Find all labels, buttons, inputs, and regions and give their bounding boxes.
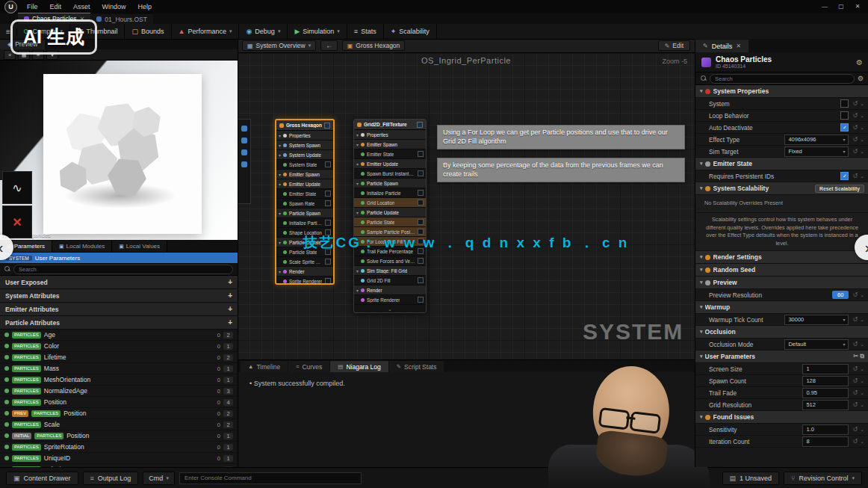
details-property-row[interactable]: Auto Deactivate ✓ ↺ ⌄ xyxy=(695,122,868,134)
number-input[interactable]: 1.0 xyxy=(802,424,849,435)
details-property-row[interactable]: Loop Behavior ↺ ⌄ xyxy=(695,110,868,122)
add-parameter-button[interactable]: + xyxy=(228,291,232,300)
log-tab[interactable]: ✎ Script Stats xyxy=(389,361,444,372)
details-property-row[interactable]: Occlusion Mode Default ▾ ↺ ⌄ xyxy=(695,339,868,350)
chevron-down-icon[interactable]: ⌄ xyxy=(860,366,864,372)
chevron-down-icon[interactable]: ⌄ xyxy=(860,439,864,445)
reset-to-default-icon[interactable]: ↺ xyxy=(852,148,858,155)
emitter-thumbnail-error[interactable]: ✕ xyxy=(2,206,32,238)
reset-to-default-icon[interactable]: ↺ xyxy=(852,365,858,372)
stack-module-row[interactable]: Sample Particle Positions xyxy=(354,227,426,237)
details-section-header[interactable]: ▾ Render Settings xyxy=(695,251,868,264)
stack-group-row[interactable]: ▾ Particle Spawn xyxy=(354,179,426,188)
details-section-header[interactable]: ▾ Occlusion xyxy=(695,326,868,339)
chevron-down-icon[interactable]: ⌄ xyxy=(860,390,864,396)
stack-group-row[interactable]: ▾ Emitter Spawn xyxy=(354,140,426,149)
module-enabled-checkbox[interactable] xyxy=(325,259,331,265)
cmd-dropdown[interactable]: Cmd ▾ xyxy=(143,472,175,485)
stack-group-row[interactable]: ▾ Render xyxy=(354,285,426,295)
filter-icon[interactable]: ⚙ xyxy=(858,75,864,82)
reset-to-default-icon[interactable]: ↺ xyxy=(852,389,858,396)
add-parameter-button[interactable]: + xyxy=(228,278,232,286)
module-enabled-checkbox[interactable] xyxy=(418,151,424,157)
details-property-row[interactable]: Iteration Count 8 ↺ ⌄ xyxy=(695,436,868,448)
module-enabled-checkbox[interactable] xyxy=(325,278,331,284)
details-section-header[interactable]: ▾ Found Issues xyxy=(695,411,868,424)
module-enabled-checkbox[interactable] xyxy=(325,191,331,197)
details-property-row[interactable]: Sim Target Fixed ▾ ↺ ⌄ xyxy=(695,146,868,158)
parameter-section-header[interactable]: User Exposed + xyxy=(0,276,238,289)
module-enabled-checkbox[interactable] xyxy=(325,249,331,255)
tab-details[interactable]: ✎ Details ✕ xyxy=(695,40,748,52)
stack-group-row[interactable]: ▾ Emitter Update xyxy=(354,159,426,169)
stack-group-row[interactable]: ▾ System Spawn xyxy=(276,140,333,150)
chevron-down-icon[interactable]: ⌄ xyxy=(860,292,864,298)
parameter-section-header[interactable]: Particle Attributes + xyxy=(0,316,238,330)
toolbar-button[interactable]: ▶ Simulation ▾ xyxy=(288,24,347,39)
stack-group-row[interactable]: ▾ Particle Spawn xyxy=(276,209,333,218)
parameter-row[interactable]: PARTICLES Mass 0 1 xyxy=(0,363,238,374)
stack-group-row[interactable]: ▾ Emitter Update xyxy=(276,179,333,189)
stack-module-row[interactable]: Spawn Burst Instantaneous xyxy=(354,169,426,179)
details-property-row[interactable]: Grid Resolution 512 ↺ ⌄ xyxy=(695,399,868,411)
stack-module-row[interactable]: Scale Sprite Size xyxy=(276,257,333,267)
section-tools[interactable]: ✂ ⧉ xyxy=(853,353,864,360)
graph-comment[interactable]: Using a For Loop we can get per Particle… xyxy=(437,125,685,149)
log-tab[interactable]: ≈ Curves xyxy=(288,361,329,372)
chevron-down-icon[interactable]: ⌄ xyxy=(860,137,864,143)
module-enabled-checkbox[interactable] xyxy=(418,229,424,235)
details-property-row[interactable]: Preview Resolution 60 ↺ ⌄ xyxy=(695,289,868,301)
reset-to-default-icon[interactable]: ↺ xyxy=(852,112,858,119)
toolbar-button[interactable]: ✦ Scalability xyxy=(384,24,437,39)
gear-icon[interactable]: ⚙ xyxy=(856,58,863,67)
number-input[interactable]: 512 xyxy=(802,400,849,410)
module-enabled-checkbox[interactable] xyxy=(418,248,424,254)
chevron-down-icon[interactable]: ⌄ xyxy=(860,427,864,433)
stack-module-row[interactable]: Particle State xyxy=(354,217,426,227)
details-section-header[interactable]: ▾ System Scalability Reset Scalability xyxy=(695,182,868,195)
details-property-row[interactable]: Sensitivity 1.0 ↺ ⌄ xyxy=(695,424,868,436)
minimize-button[interactable]: — xyxy=(817,1,832,12)
revision-control-button[interactable]: ⑂ Revision Control ▾ xyxy=(784,472,862,485)
selected-parameter-row[interactable]: SYSTEM User Parameters xyxy=(0,253,238,263)
stack-module-row[interactable]: Grid 2D Fill xyxy=(354,276,426,285)
stack-group-row[interactable]: ▾ Particle Update xyxy=(354,208,426,217)
details-section-header[interactable]: ▾ Warmup xyxy=(695,301,868,314)
details-property-row[interactable]: System ↺ ⌄ xyxy=(695,98,868,110)
stack-module-row[interactable]: Initialize Particle xyxy=(276,218,333,228)
emitter-node[interactable]: Grid2D_FillTexture ▾ Properties xyxy=(353,119,427,313)
emitter-enabled-checkbox[interactable] xyxy=(417,122,423,128)
stack-module-row[interactable]: Shape Location xyxy=(276,228,333,238)
details-section-header[interactable]: ▾ Preview xyxy=(695,277,868,289)
checkbox[interactable] xyxy=(840,99,849,108)
dropdown[interactable]: 30000 ▾ xyxy=(784,315,849,325)
chevron-down-icon[interactable]: ⌄ xyxy=(860,173,864,179)
reset-to-default-icon[interactable]: ↺ xyxy=(852,136,858,143)
tab-doc[interactable]: 01_Hours.OST xyxy=(90,14,153,24)
chevron-down-icon[interactable]: ⌄ xyxy=(860,342,864,348)
reset-to-default-icon[interactable]: ↺ xyxy=(852,401,858,408)
stack-module-row[interactable]: Grid Location xyxy=(354,198,426,208)
dropdown[interactable]: Default ▾ xyxy=(784,339,849,350)
parameter-row[interactable]: PREV PARTICLES Position 0 2 xyxy=(0,408,238,419)
reset-to-default-icon[interactable]: ↺ xyxy=(852,173,858,179)
module-enabled-checkbox[interactable] xyxy=(325,200,331,206)
unreal-logo-icon[interactable]: U xyxy=(4,1,17,13)
parameter-row[interactable]: PARTICLES Scale 0 2 xyxy=(0,419,238,430)
module-enabled-checkbox[interactable] xyxy=(418,200,424,206)
emitter-enabled-checkbox[interactable] xyxy=(324,123,330,129)
emitter-node-header[interactable]: Grid2D_FillTexture xyxy=(354,120,426,130)
stack-group-row[interactable]: ▾ Properties xyxy=(276,131,333,140)
parameter-row[interactable]: INITIAL PARTICLES Position 0 1 xyxy=(0,430,238,442)
stack-module-row[interactable]: For Loop Grid Fill xyxy=(354,237,426,247)
reset-to-default-icon[interactable]: ↺ xyxy=(852,124,858,131)
module-enabled-checkbox[interactable] xyxy=(418,238,424,244)
parameters-search-input[interactable] xyxy=(13,265,233,274)
console-command-input[interactable] xyxy=(179,472,362,484)
details-property-row[interactable]: Screen Size 1 ↺ ⌄ xyxy=(695,363,868,375)
reset-to-default-icon[interactable]: ↺ xyxy=(852,438,858,445)
chevron-down-icon[interactable]: ⌄ xyxy=(860,125,864,131)
emitter-thumbnail[interactable]: ∿ xyxy=(2,171,32,204)
dropdown[interactable]: 4096x4096 ▾ xyxy=(784,135,849,145)
parameter-row[interactable]: PARTICLES Lifetime 0 2 xyxy=(0,352,238,363)
